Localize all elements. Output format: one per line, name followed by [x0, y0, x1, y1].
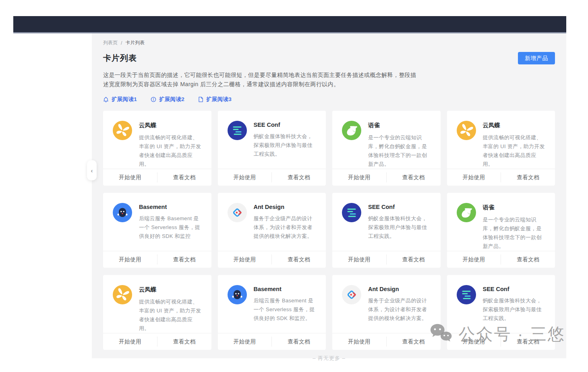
start-using-action[interactable]: 开始使用	[332, 169, 386, 186]
start-using-action[interactable]: 开始使用	[332, 333, 386, 350]
card-title: SEE Conf	[483, 286, 546, 292]
product-card: 云凤蝶 提供流畅的可视化搭建、丰富的 UI 资产，助力开发者快速创建出高品质应用…	[447, 111, 555, 186]
product-card: 云凤蝶 提供流畅的可视化搭建、丰富的 UI 资产，助力开发者快速创建出高品质应用…	[103, 111, 211, 186]
view-docs-action[interactable]: 查看文档	[157, 169, 211, 186]
view-docs-action[interactable]: 查看文档	[501, 251, 555, 268]
yuque-logo-icon	[457, 203, 476, 222]
card-title: SEE Conf	[368, 204, 431, 210]
yunfengdie-logo-icon	[113, 121, 132, 140]
page-description: 这是一段关于当前页面的描述，它可能很长也可能很短，但是要尽量精简地表达当前页面主…	[103, 70, 416, 89]
start-using-action[interactable]: 开始使用	[332, 251, 386, 268]
card-description: 提供流畅的可视化搭建、丰富的 UI 资产，助力开发者快速创建出高品质应用。	[139, 133, 202, 169]
start-using-action[interactable]: 开始使用	[218, 251, 272, 268]
basement-logo-icon	[228, 285, 247, 304]
card-title: 语雀	[368, 122, 431, 129]
card-grid: 云凤蝶 提供流畅的可视化搭建、丰富的 UI 资产，助力开发者快速创建出高品质应用…	[103, 111, 555, 350]
page-content: ‹ 列表页 / 卡片列表 卡片列表 新增产品 这是一段关于当前页面的描述，它可能…	[92, 33, 566, 358]
card-description: 蚂蚁金服体验科技大会，探索极致用户体验与最佳工程实践。	[483, 296, 546, 323]
view-docs-action[interactable]: 查看文档	[501, 333, 555, 350]
extra-link-label: 扩展阅读1	[112, 96, 137, 103]
card-description: 是一个专业的云端知识库，孵化自蚂蚁金服，是体验科技理念下的一款创新产品。	[368, 133, 431, 169]
product-card: Basement 后端云服务 Basement 是一个 Serverless 服…	[218, 275, 326, 350]
card-title: 语雀	[483, 204, 546, 211]
breadcrumb: 列表页 / 卡片列表	[103, 39, 555, 46]
top-nav-bar	[13, 16, 566, 33]
start-using-action[interactable]: 开始使用	[218, 333, 272, 350]
extra-links-row: 扩展阅读1 扩展阅读2	[103, 96, 555, 103]
page-title: 卡片列表	[103, 53, 137, 64]
card-description: 服务于企业级产品的设计体系，为设计者和开发者提供的模块化解决方案。	[254, 214, 317, 241]
card-description: 提供流畅的可视化搭建、丰富的 UI 资产，助力开发者快速创建出高品质应用。	[139, 298, 202, 333]
breadcrumb-item-list-page[interactable]: 列表页	[103, 39, 118, 46]
product-card: SEE Conf 蚂蚁金服体验科技大会，探索极致用户体验与最佳工程实践。 开始使…	[218, 111, 326, 186]
view-docs-action[interactable]: 查看文档	[501, 169, 555, 186]
extra-link-1[interactable]: 扩展阅读1	[103, 96, 137, 103]
start-using-action[interactable]: 开始使用	[447, 169, 501, 186]
extra-link-label: 扩展阅读3	[206, 96, 232, 103]
view-docs-action[interactable]: 查看文档	[387, 251, 441, 268]
card-description: 是一个专业的云端知识库，孵化自蚂蚁金服，是体验科技理念下的一款创新产品。	[483, 215, 546, 251]
info-circle-icon	[151, 97, 156, 102]
card-title: Ant Design	[368, 286, 431, 292]
chevron-left-icon: ‹	[91, 167, 93, 174]
antdesign-logo-icon	[228, 203, 247, 222]
start-using-action[interactable]: 开始使用	[447, 251, 501, 268]
extra-link-label: 扩展阅读2	[159, 96, 184, 103]
product-card: 云凤蝶 提供流畅的可视化搭建、丰富的 UI 资产，助力开发者快速创建出高品质应用…	[103, 275, 211, 350]
start-using-action[interactable]: 开始使用	[218, 169, 272, 186]
yuque-logo-icon	[342, 121, 361, 140]
add-product-button[interactable]: 新增产品	[518, 52, 555, 64]
list-end-text: – 再无更多 –	[103, 355, 555, 362]
view-docs-action[interactable]: 查看文档	[272, 169, 326, 186]
yunfengdie-logo-icon	[457, 121, 476, 140]
start-using-action[interactable]: 开始使用	[447, 333, 501, 350]
breadcrumb-separator: /	[121, 40, 122, 46]
card-title: 云凤蝶	[139, 286, 202, 293]
start-using-action[interactable]: 开始使用	[103, 251, 157, 268]
view-docs-action[interactable]: 查看文档	[157, 251, 211, 268]
card-title: 云凤蝶	[483, 122, 546, 129]
app-window: ‹ 列表页 / 卡片列表 卡片列表 新增产品 这是一段关于当前页面的描述，它可能…	[13, 16, 566, 360]
yunfengdie-logo-icon	[113, 285, 132, 304]
view-docs-action[interactable]: 查看文档	[272, 333, 326, 350]
product-card: Ant Design 服务于企业级产品的设计体系，为设计者和开发者提供的模块化解…	[218, 193, 326, 268]
product-card: 语雀 是一个专业的云端知识库，孵化自蚂蚁金服，是体验科技理念下的一款创新产品。 …	[332, 111, 441, 186]
file-icon	[198, 97, 203, 102]
antdesign-logo-icon	[342, 285, 361, 304]
card-description: 服务于企业级产品的设计体系，为设计者和开发者提供的模块化解决方案。	[368, 296, 431, 323]
view-docs-action[interactable]: 查看文档	[387, 333, 441, 350]
extra-link-2[interactable]: 扩展阅读2	[151, 96, 184, 103]
view-docs-action[interactable]: 查看文档	[272, 251, 326, 268]
card-description: 后端云服务 Basement 是一个 Serverless 服务，提供良好的 S…	[254, 296, 317, 323]
card-title: 云凤蝶	[139, 122, 202, 129]
card-description: 蚂蚁金服体验科技大会，探索极致用户体验与最佳工程实践。	[254, 132, 317, 159]
start-using-action[interactable]: 开始使用	[103, 169, 157, 186]
view-docs-action[interactable]: 查看文档	[157, 333, 211, 350]
seeconf-logo-icon	[228, 121, 247, 140]
bell-icon	[103, 97, 109, 102]
product-card: 语雀 是一个专业的云端知识库，孵化自蚂蚁金服，是体验科技理念下的一款创新产品。 …	[447, 193, 555, 268]
card-title: SEE Conf	[254, 122, 317, 128]
card-description: 提供流畅的可视化搭建、丰富的 UI 资产，助力开发者快速创建出高品质应用。	[483, 133, 546, 169]
card-description: 蚂蚁金服体验科技大会，探索极致用户体验与最佳工程实践。	[368, 214, 431, 241]
card-description: 后端云服务 Basement 是一个 Serverless 服务，提供良好的 S…	[139, 214, 202, 241]
product-card: Basement 后端云服务 Basement 是一个 Serverless 服…	[103, 193, 211, 268]
card-title: Basement	[139, 204, 202, 210]
basement-logo-icon	[113, 203, 132, 222]
product-card: SEE Conf 蚂蚁金服体验科技大会，探索极致用户体验与最佳工程实践。 开始使…	[332, 193, 441, 268]
product-card: Ant Design 服务于企业级产品的设计体系，为设计者和开发者提供的模块化解…	[332, 275, 441, 350]
seeconf-logo-icon	[457, 285, 476, 304]
card-title: Basement	[254, 286, 317, 292]
product-card: SEE Conf 蚂蚁金服体验科技大会，探索极致用户体验与最佳工程实践。 开始使…	[447, 275, 555, 350]
breadcrumb-item-card-list: 卡片列表	[125, 39, 145, 46]
sidebar-collapse-handle[interactable]: ‹	[87, 160, 97, 180]
card-title: Ant Design	[254, 204, 317, 210]
seeconf-logo-icon	[342, 203, 361, 222]
start-using-action[interactable]: 开始使用	[103, 333, 157, 350]
view-docs-action[interactable]: 查看文档	[387, 169, 441, 186]
sidebar	[13, 33, 92, 358]
extra-link-3[interactable]: 扩展阅读3	[198, 96, 232, 103]
